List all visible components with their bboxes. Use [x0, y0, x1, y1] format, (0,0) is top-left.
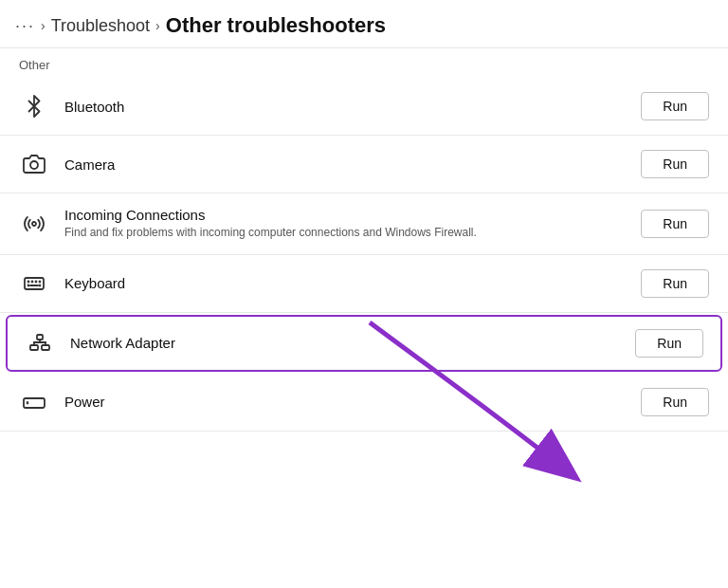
- power-run-button[interactable]: Run: [641, 388, 709, 416]
- bluetooth-text: Bluetooth: [64, 99, 626, 115]
- camera-icon: [19, 149, 49, 179]
- breadcrumb-troubleshoot[interactable]: Troubleshoot: [51, 16, 150, 36]
- svg-point-14: [28, 285, 29, 285]
- keyboard-name: Keyboard: [64, 275, 626, 291]
- svg-point-10: [28, 281, 29, 282]
- svg-point-0: [30, 161, 38, 169]
- camera-name: Camera: [64, 156, 626, 173]
- chevron-icon-2: ›: [155, 18, 160, 33]
- chevron-icon-1: ›: [41, 18, 46, 33]
- navigation-dots[interactable]: ···: [15, 16, 35, 36]
- power-text: Power: [64, 394, 626, 410]
- keyboard-run-button[interactable]: Run: [641, 269, 709, 298]
- svg-point-11: [32, 281, 33, 282]
- troubleshooter-item-incoming: Incoming Connections Find and fix proble…: [0, 193, 728, 255]
- svg-point-1: [32, 222, 36, 226]
- network-adapter-text: Network Adapter: [70, 335, 620, 351]
- content-area: Other Bluetooth Run: [0, 48, 728, 588]
- keyboard-text: Keyboard: [64, 275, 626, 291]
- keyboard-icon: [19, 268, 49, 299]
- troubleshooter-item-network-adapter: Network Adapter Run: [6, 315, 722, 372]
- bluetooth-name: Bluetooth: [64, 99, 626, 115]
- incoming-connections-icon: [19, 209, 49, 239]
- network-adapter-icon: [25, 328, 55, 358]
- camera-text: Camera: [64, 156, 626, 173]
- troubleshooter-list: Bluetooth Run Camera Run: [0, 78, 728, 432]
- network-adapter-run-button[interactable]: Run: [635, 329, 703, 358]
- svg-point-12: [36, 281, 37, 282]
- incoming-text: Incoming Connections Find and fix proble…: [64, 207, 626, 241]
- page-title: Other troubleshooters: [166, 13, 386, 38]
- power-name: Power: [64, 394, 626, 410]
- camera-run-button[interactable]: Run: [641, 150, 709, 178]
- bluetooth-icon: [19, 91, 49, 121]
- incoming-desc: Find and fix problems with incoming comp…: [64, 225, 538, 241]
- settings-window: ··· › Troubleshoot › Other troubleshoote…: [0, 0, 728, 588]
- svg-rect-2: [25, 278, 44, 289]
- power-icon: [19, 387, 49, 417]
- troubleshooter-item-camera: Camera Run: [0, 136, 728, 193]
- network-adapter-name: Network Adapter: [70, 335, 620, 351]
- incoming-run-button[interactable]: Run: [641, 210, 709, 238]
- troubleshooter-item-bluetooth: Bluetooth Run: [0, 78, 728, 136]
- section-label: Other: [0, 48, 728, 78]
- incoming-name: Incoming Connections: [64, 207, 626, 223]
- svg-point-15: [40, 285, 41, 285]
- troubleshooter-item-keyboard: Keyboard Run: [0, 255, 728, 313]
- header: ··· › Troubleshoot › Other troubleshoote…: [0, 0, 728, 48]
- svg-point-13: [40, 281, 41, 282]
- bluetooth-run-button[interactable]: Run: [641, 92, 709, 120]
- troubleshooter-item-power: Power Run: [0, 374, 728, 432]
- svg-point-25: [27, 402, 28, 403]
